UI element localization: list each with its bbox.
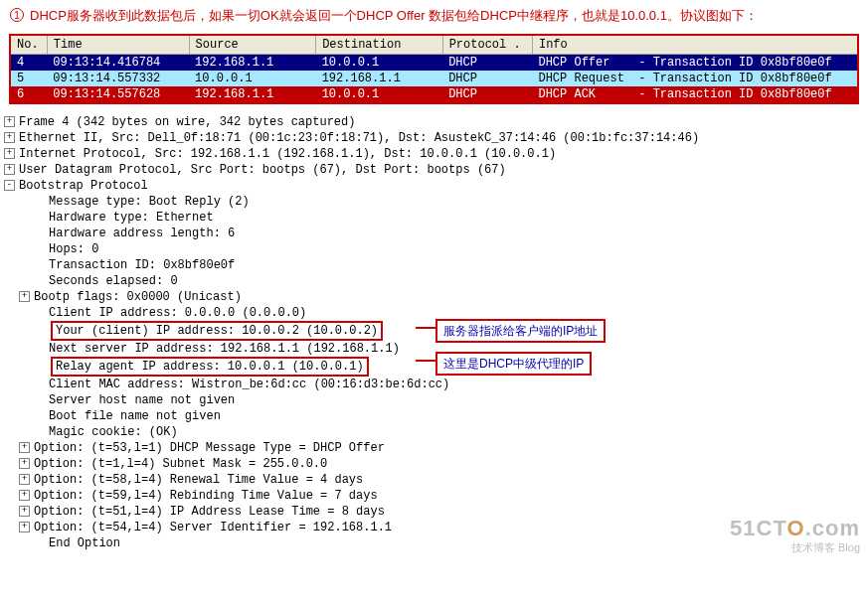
tree-text: Option: (t=53,l=1) DHCP Message Type = D…	[34, 440, 385, 456]
column-header[interactable]: Protocol .	[442, 35, 532, 55]
tree-text: Option: (t=59,l=4) Rebinding Time Value …	[34, 488, 378, 504]
packet-cell: DHCP Request - Transaction ID 0x8bf80e0f	[532, 71, 858, 86]
tree-line[interactable]: +Ethernet II, Src: Dell_0f:18:71 (00:1c:…	[4, 130, 868, 146]
column-header[interactable]: Destination	[316, 35, 443, 55]
tree-line[interactable]: +Option: (t=54,l=4) Server Identifier = …	[4, 520, 868, 535]
tree-text: Relay agent IP address: 10.0.0.1 (10.0.0…	[51, 357, 369, 377]
expand-icon[interactable]: +	[19, 291, 30, 302]
packet-cell: 10.0.0.1	[316, 54, 443, 71]
packet-row[interactable]: 6 09:13:14.557628 192.168.1.1 10.0.0.1 D…	[10, 86, 858, 103]
packet-cell: 4	[10, 54, 47, 71]
callout-line-a	[416, 327, 435, 329]
expand-icon[interactable]: +	[19, 490, 30, 501]
expand-icon[interactable]: +	[19, 506, 30, 517]
tree-line[interactable]: +Option: (t=59,l=4) Rebinding Time Value…	[4, 488, 868, 504]
callout-line-b	[416, 360, 435, 362]
tree-line[interactable]: Seconds elapsed: 0	[4, 273, 868, 289]
packet-cell: DHCP	[442, 71, 532, 86]
tree-text: Bootp flags: 0x0000 (Unicast)	[34, 289, 242, 305]
packet-row[interactable]: 4 09:13:14.416784 192.168.1.1 10.0.0.1 D…	[10, 54, 858, 71]
tree-text: Client MAC address: Wistron_be:6d:cc (00…	[49, 377, 449, 392]
tree-text: Seconds elapsed: 0	[49, 273, 178, 289]
tree-text: Frame 4 (342 bytes on wire, 342 bytes ca…	[19, 114, 355, 130]
expand-icon[interactable]: +	[19, 474, 30, 485]
packet-cell: 10.0.0.1	[189, 71, 316, 86]
column-header[interactable]: No.	[10, 35, 47, 55]
packet-list-table[interactable]: No.TimeSourceDestinationProtocol .Info 4…	[9, 34, 859, 104]
column-header[interactable]: Source	[189, 35, 316, 55]
tree-line[interactable]: +User Datagram Protocol, Src Port: bootp…	[4, 162, 868, 178]
tree-text: User Datagram Protocol, Src Port: bootps…	[19, 162, 506, 178]
tree-text: Message type: Boot Reply (2)	[49, 194, 250, 210]
tree-text: Hops: 0	[49, 241, 98, 257]
expand-icon[interactable]: +	[4, 148, 15, 159]
packet-cell: 5	[10, 71, 47, 86]
tree-text: Your (client) IP address: 10.0.0.2 (10.0…	[51, 321, 383, 341]
expand-icon[interactable]: +	[19, 522, 30, 532]
tree-line[interactable]: End Option	[4, 535, 868, 551]
tree-text: Client IP address: 0.0.0.0 (0.0.0.0)	[49, 305, 306, 321]
tree-line[interactable]: Transaction ID: 0x8bf80e0f	[4, 257, 868, 273]
tree-text: Server host name not given	[49, 392, 235, 408]
tree-text: Ethernet II, Src: Dell_0f:18:71 (00:1c:2…	[19, 130, 699, 146]
packet-cell: 09:13:14.416784	[47, 54, 189, 71]
tree-line[interactable]: Boot file name not given	[4, 408, 868, 424]
tree-text: Internet Protocol, Src: 192.168.1.1 (192…	[19, 146, 556, 162]
tree-text: Option: (t=51,l=4) IP Address Lease Time…	[34, 504, 385, 520]
tree-line[interactable]: Hardware address length: 6	[4, 226, 868, 241]
tree-text: Magic cookie: (OK)	[49, 424, 178, 440]
tree-line[interactable]: Hardware type: Ethernet	[4, 210, 868, 226]
tree-line[interactable]: +Option: (t=51,l=4) IP Address Lease Tim…	[4, 504, 868, 520]
expand-icon[interactable]: +	[19, 458, 30, 469]
tree-line[interactable]: +Bootp flags: 0x0000 (Unicast)	[4, 289, 868, 305]
tree-line[interactable]: +Option: (t=53,l=1) DHCP Message Type = …	[4, 440, 868, 456]
packet-cell: DHCP ACK - Transaction ID 0x8bf80e0f	[532, 86, 858, 103]
tree-text: Hardware address length: 6	[49, 226, 235, 241]
packet-cell: 6	[10, 86, 47, 103]
tree-line[interactable]: Server host name not given	[4, 392, 868, 408]
expand-icon[interactable]: +	[4, 132, 15, 143]
tree-line[interactable]: Client MAC address: Wistron_be:6d:cc (00…	[4, 377, 868, 392]
tree-line[interactable]: Magic cookie: (OK)	[4, 424, 868, 440]
tree-line[interactable]: Hops: 0	[4, 241, 868, 257]
expand-icon[interactable]: +	[19, 442, 30, 453]
packet-cell: 09:13:14.557332	[47, 71, 189, 86]
note-bullet-icon: 1	[10, 8, 24, 22]
tree-line[interactable]: +Internet Protocol, Src: 192.168.1.1 (19…	[4, 146, 868, 162]
tree-text: Next server IP address: 192.168.1.1 (192…	[49, 341, 400, 357]
tree-text: Transaction ID: 0x8bf80e0f	[49, 257, 235, 273]
packet-cell: DHCP	[442, 54, 532, 71]
tree-text: Option: (t=58,l=4) Renewal Time Value = …	[34, 472, 363, 488]
packet-cell: DHCP Offer - Transaction ID 0x8bf80e0f	[532, 54, 858, 71]
tree-text: Bootstrap Protocol	[19, 178, 148, 194]
tree-text: Boot file name not given	[49, 408, 221, 424]
tree-text: End Option	[49, 535, 120, 551]
instruction-note: 1 DHCP服务器收到此数据包后，如果一切OK就会返回一个DHCP Offer …	[0, 0, 868, 34]
note-text: DHCP服务器收到此数据包后，如果一切OK就会返回一个DHCP Offer 数据…	[30, 6, 758, 26]
collapse-icon[interactable]: -	[4, 180, 15, 191]
packet-row[interactable]: 5 09:13:14.557332 10.0.0.1 192.168.1.1 D…	[10, 71, 858, 86]
packet-cell: 192.168.1.1	[316, 71, 443, 86]
callout-relay-ip: 这里是DHCP中级代理的IP	[435, 352, 592, 376]
column-header[interactable]: Time	[47, 35, 189, 55]
packet-cell: 10.0.0.1	[316, 86, 443, 103]
table-header-row[interactable]: No.TimeSourceDestinationProtocol .Info	[10, 35, 858, 55]
packet-cell: 09:13:14.557628	[47, 86, 189, 103]
tree-line[interactable]: -Bootstrap Protocol	[4, 178, 868, 194]
tree-line[interactable]: Message type: Boot Reply (2)	[4, 194, 868, 210]
tree-line[interactable]: +Frame 4 (342 bytes on wire, 342 bytes c…	[4, 114, 868, 130]
expand-icon[interactable]: +	[4, 116, 15, 127]
packet-cell: DHCP	[442, 86, 532, 103]
packet-cell: 192.168.1.1	[189, 86, 316, 103]
tree-line[interactable]: +Option: (t=58,l=4) Renewal Time Value =…	[4, 472, 868, 488]
tree-line[interactable]: +Option: (t=1,l=4) Subnet Mask = 255.0.0…	[4, 456, 868, 472]
tree-text: Option: (t=1,l=4) Subnet Mask = 255.0.0.…	[34, 456, 327, 472]
tree-text: Hardware type: Ethernet	[49, 210, 214, 226]
column-header[interactable]: Info	[532, 35, 858, 55]
packet-cell: 192.168.1.1	[189, 54, 316, 71]
expand-icon[interactable]: +	[4, 164, 15, 175]
tree-text: Option: (t=54,l=4) Server Identifier = 1…	[34, 520, 392, 535]
callout-client-ip: 服务器指派给客户端的IP地址	[435, 319, 606, 343]
packet-detail-tree[interactable]: 服务器指派给客户端的IP地址 这里是DHCP中级代理的IP +Frame 4 (…	[0, 110, 868, 561]
